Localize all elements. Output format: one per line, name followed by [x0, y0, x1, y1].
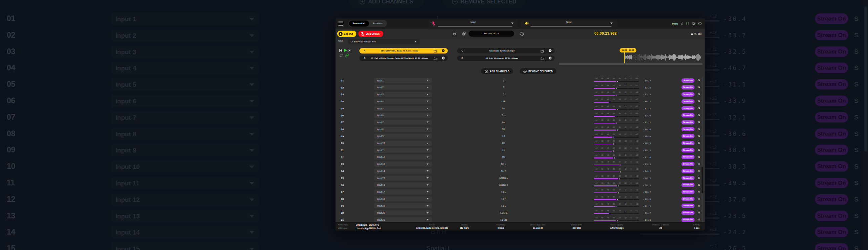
- input-select[interactable]: Input 7: [374, 120, 432, 125]
- log-out-button[interactable]: Log Out: [337, 31, 356, 37]
- stream-on-button[interactable]: Stream On: [681, 162, 694, 166]
- remove-file-icon[interactable]: [549, 57, 552, 60]
- stream-on-button[interactable]: Stream On: [681, 113, 694, 117]
- playlist-slot[interactable]: D 03_Zali_Wishaway_M_24_48.wav: [457, 56, 555, 61]
- solo-button[interactable]: S: [698, 128, 700, 130]
- faders-icon[interactable]: [686, 22, 689, 25]
- output-level-slider[interactable]: [530, 26, 612, 27]
- stream-on-button[interactable]: Stream On: [681, 203, 694, 208]
- stream-on-button[interactable]: Stream On: [681, 183, 694, 187]
- input-select[interactable]: Input 5: [374, 106, 432, 111]
- solo-button[interactable]: S: [698, 211, 700, 214]
- solo-button[interactable]: S: [698, 218, 700, 221]
- playlist-slot[interactable]: B 01_Zali x Eddie Pitman_Better Of The N…: [360, 56, 448, 61]
- stream-on-button[interactable]: Stream On: [681, 99, 694, 104]
- stream-on-button[interactable]: Stream On: [681, 211, 694, 215]
- midi-indicator[interactable]: MIDI: [672, 22, 678, 25]
- input-level-slider[interactable]: [438, 26, 512, 27]
- info-icon[interactable]: [698, 22, 702, 25]
- stream-on-button[interactable]: Stream On: [681, 141, 694, 145]
- input-select[interactable]: Input 2: [374, 85, 432, 90]
- solo-button[interactable]: S: [698, 163, 700, 165]
- playlist-slot[interactable]: A 056_CONTROL_Beat_92_Emin_4.wav: [360, 48, 448, 54]
- next-track-button[interactable]: [348, 49, 352, 52]
- music-note-icon[interactable]: ♫: [681, 22, 683, 25]
- solo-button[interactable]: S: [698, 149, 700, 151]
- input-select[interactable]: Input 19: [374, 203, 432, 208]
- stream-on-button[interactable]: Stream On: [681, 218, 694, 222]
- solo-button[interactable]: S: [698, 170, 700, 172]
- solo-button[interactable]: S: [698, 93, 700, 95]
- solo-button[interactable]: S: [698, 121, 700, 123]
- open-file-icon[interactable]: [540, 50, 544, 53]
- loop-icon[interactable]: [339, 54, 343, 57]
- solo-button[interactable]: S: [698, 156, 700, 158]
- open-file-icon[interactable]: [434, 57, 437, 60]
- lock-open-icon[interactable]: [453, 32, 456, 36]
- input-select[interactable]: Input 8: [374, 127, 432, 132]
- playhead[interactable]: [624, 51, 625, 63]
- tab-transmitter[interactable]: Transmitter: [349, 21, 369, 27]
- stream-on-button[interactable]: Stream On: [681, 85, 694, 89]
- audio-input-select[interactable]: None: [429, 20, 518, 28]
- audio-output-select[interactable]: None: [521, 20, 617, 28]
- midi-port-select[interactable]: Listento App MIDI In Port: [348, 39, 420, 45]
- solo-button[interactable]: S: [698, 197, 700, 200]
- remove-selected-button[interactable]: REMOVE SELECTED: [520, 68, 556, 74]
- hamburger-menu-icon[interactable]: [339, 22, 343, 26]
- table-scrollbar-thumb[interactable]: [702, 167, 703, 193]
- solo-button[interactable]: S: [698, 190, 700, 193]
- tab-receiver[interactable]: Receiver: [369, 21, 386, 27]
- stream-on-button[interactable]: Stream On: [681, 120, 694, 124]
- session-name-field[interactable]: Session #3313: [469, 31, 514, 37]
- input-select[interactable]: Input 4: [374, 99, 432, 104]
- input-select[interactable]: Input 3: [374, 92, 432, 97]
- open-file-icon[interactable]: [434, 50, 437, 53]
- input-select[interactable]: Input 17: [374, 189, 432, 194]
- input-select[interactable]: Input 21: [374, 217, 432, 222]
- stream-on-button[interactable]: Stream On: [681, 169, 694, 173]
- table-scrollbar[interactable]: [702, 77, 703, 222]
- input-select[interactable]: Input 14: [374, 169, 432, 174]
- waveform[interactable]: [625, 53, 703, 61]
- solo-button[interactable]: S: [698, 107, 700, 109]
- input-select[interactable]: Input 10: [374, 141, 432, 146]
- solo-button[interactable]: S: [698, 114, 700, 116]
- remove-file-icon[interactable]: [442, 49, 445, 52]
- input-select[interactable]: Input 12: [374, 155, 432, 160]
- input-select[interactable]: Input 9: [374, 134, 432, 139]
- input-select[interactable]: Input 6: [374, 113, 432, 118]
- open-file-icon[interactable]: [540, 57, 544, 60]
- stream-on-button[interactable]: Stream On: [681, 92, 694, 96]
- remove-file-icon[interactable]: [549, 49, 552, 52]
- stop-stream-button[interactable]: Stop Stream: [359, 31, 383, 37]
- solo-button[interactable]: S: [698, 142, 700, 144]
- input-select[interactable]: Input 20: [374, 210, 432, 215]
- solo-button[interactable]: S: [698, 204, 700, 207]
- solo-button[interactable]: S: [698, 184, 700, 186]
- playlist-slot[interactable]: C Cinematic Synthesis.mp3: [457, 48, 555, 54]
- stream-on-button[interactable]: Stream On: [681, 134, 694, 138]
- stream-on-button[interactable]: Stream On: [681, 197, 694, 201]
- stream-on-button[interactable]: Stream On: [681, 155, 694, 159]
- input-select[interactable]: Input 1: [374, 78, 432, 83]
- add-channels-button[interactable]: ADD CHANNELS: [481, 68, 513, 74]
- input-select[interactable]: Input 11: [374, 148, 432, 153]
- input-select[interactable]: Input 15: [374, 176, 432, 181]
- remove-file-icon[interactable]: [442, 57, 445, 60]
- session-history-icon[interactable]: [520, 32, 524, 36]
- input-select[interactable]: Input 16: [374, 183, 432, 188]
- input-select[interactable]: Input 13: [374, 162, 432, 167]
- stream-on-button[interactable]: Stream On: [681, 127, 694, 132]
- link-icon[interactable]: [345, 54, 349, 58]
- solo-button[interactable]: S: [698, 135, 700, 137]
- stream-on-button[interactable]: Stream On: [681, 78, 694, 83]
- stream-on-button[interactable]: Stream On: [681, 106, 694, 111]
- waveform-scrollbar[interactable]: [559, 63, 703, 65]
- solo-button[interactable]: S: [698, 100, 700, 102]
- solo-button[interactable]: S: [698, 79, 700, 81]
- solo-button[interactable]: S: [698, 177, 700, 179]
- stream-on-button[interactable]: Stream On: [681, 176, 694, 180]
- gear-icon[interactable]: [692, 22, 695, 26]
- stream-on-button[interactable]: Stream On: [681, 148, 694, 152]
